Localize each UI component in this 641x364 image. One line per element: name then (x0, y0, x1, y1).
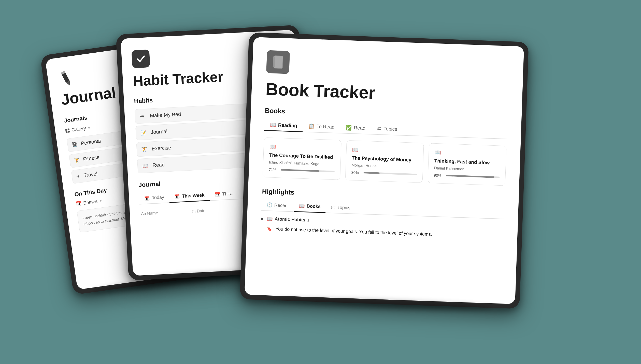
progress-pct-1: 71% (268, 167, 278, 172)
exercise-label: Exercise (151, 145, 171, 152)
htab-recent[interactable]: 🕐 Recent (261, 199, 294, 211)
book-card-icon-1: 📖 (269, 143, 335, 152)
scene: Journal Journals Gallery ▾ 📓 Personal (41, 17, 601, 347)
progress-pct-2: 30% (351, 170, 361, 175)
book-card-author-1: Ichiro Kishimi, Fumitake Koga (269, 160, 335, 166)
progress-row-1: 71% (268, 167, 334, 174)
books-icon: 📖 (299, 203, 305, 209)
tab-to-read[interactable]: 📋 To Read (303, 120, 340, 133)
progress-bar-fill-3 (446, 175, 494, 178)
progress-bar-bg-2 (363, 172, 417, 175)
habit-icon-box (131, 50, 150, 68)
today-label: Today (152, 194, 164, 200)
journal-habit-icon: 📝 (140, 130, 147, 135)
tab-this-week[interactable]: 📅 This Week (169, 189, 210, 203)
book-card-title-2: The Psychology of Money (351, 155, 417, 164)
pencil-icon (57, 68, 74, 87)
book-card-icon-3: 📖 (434, 149, 500, 158)
col-name: Aa Name (141, 209, 187, 216)
to-read-icon: 📋 (308, 123, 315, 129)
recent-label: Recent (274, 203, 289, 208)
progress-bar-bg-3 (446, 175, 500, 178)
progress-bar-bg-1 (281, 169, 334, 172)
books-htab-label: Books (306, 204, 321, 209)
book-card-title-1: The Courage To Be Disliked (269, 152, 335, 161)
journal-habit-label: Journal (150, 128, 167, 135)
book-tracker-icon (266, 50, 290, 74)
fitness-icon: 🏋 (74, 157, 80, 163)
book-tracker-title: Book Tracker (265, 80, 508, 106)
progress-pct-3: 90% (434, 173, 444, 178)
reading-label: Reading (278, 122, 297, 129)
highlight-count: 1 (307, 218, 309, 222)
book-content: Book Tracker Books 📖 Reading 📋 To Read ✅… (246, 37, 524, 251)
progress-row-3: 90% (434, 173, 500, 180)
gallery-chevron: ▾ (88, 125, 91, 131)
grid-icon (65, 128, 70, 133)
topics-label: Topics (383, 126, 397, 132)
book-group-label: 📖 Atomic Habits 1 (267, 216, 309, 223)
progress-bar-fill-2 (363, 172, 379, 174)
book-card-2: 📖 The Psychology of Money Morgan Housel … (345, 140, 424, 183)
week-icon: 📅 (174, 193, 180, 199)
quote-text: You do not rise to the level of your goa… (275, 225, 432, 238)
group-book-name: Atomic Habits (274, 216, 305, 223)
fitness-label: Fitness (83, 154, 100, 162)
travel-label: Travel (83, 171, 97, 178)
read-check-icon: ✅ (346, 125, 352, 131)
other-icon: 📅 (214, 191, 220, 197)
book-card-3: 📖 Thinking, Fast and Slow Daniel Kahnema… (428, 143, 506, 186)
bed-icon: 🛏 (139, 113, 146, 119)
htab-books[interactable]: 📖 Books (294, 200, 326, 213)
triangle-icon: ▶ (261, 217, 264, 221)
bookmark-icon: 🔖 (267, 226, 272, 232)
book-svg-icon (271, 55, 285, 69)
make-my-bed-label: Make My Bed (150, 111, 181, 119)
topics-htab-icon: 🏷 (331, 204, 335, 210)
travel-icon: ✈ (76, 173, 80, 179)
other-label: This... (222, 191, 235, 197)
tab-read[interactable]: ✅ Read (340, 122, 371, 134)
book-screen: Book Tracker Books 📖 Reading 📋 To Read ✅… (244, 37, 524, 304)
tab-this-other[interactable]: 📅 This... (209, 188, 240, 200)
tablet-book: Book Tracker Books 📖 Reading 📋 To Read ✅… (240, 32, 529, 309)
entries-label: Entries (83, 199, 98, 206)
progress-row-2: 30% (351, 170, 417, 177)
personal-icon: 📓 (71, 141, 78, 148)
exercise-icon: 🏋 (141, 146, 148, 152)
checkmark-icon (135, 53, 146, 64)
tab-today[interactable]: 📅 Today (139, 191, 169, 204)
book-card-author-2: Morgan Housel (351, 163, 417, 169)
topics-htab-label: Topics (337, 205, 350, 210)
to-read-label: To Read (316, 124, 335, 130)
entries-chevron: ▾ (99, 198, 102, 204)
tab-topics[interactable]: 🏷 Topics (371, 123, 403, 135)
books-tabs: 📖 Reading 📋 To Read ✅ Read 🏷 Topics (264, 119, 507, 139)
group-book-icon: 📖 (267, 216, 273, 222)
today-icon: 📅 (144, 195, 150, 201)
reading-icon: 📖 (270, 122, 276, 128)
books-grid: 📖 The Courage To Be Disliked Ichiro Kish… (262, 137, 506, 186)
book-card-title-3: Thinking, Fast and Slow (434, 158, 500, 166)
read-label: Read (152, 162, 165, 168)
gallery-label[interactable]: Gallery (71, 126, 86, 133)
book-card-author-3: Daniel Kahneman (434, 166, 500, 172)
htab-topics[interactable]: 🏷 Topics (325, 202, 355, 213)
personal-label: Personal (80, 138, 101, 146)
topics-icon: 🏷 (376, 126, 381, 132)
read-tab-label: Read (354, 125, 365, 131)
progress-bar-fill-1 (281, 169, 319, 172)
calendar-icon: 📅 (75, 201, 82, 207)
book-card-icon-2: 📖 (352, 146, 418, 155)
this-week-label: This Week (182, 192, 205, 199)
book-card-1: 📖 The Courage To Be Disliked Ichiro Kish… (262, 137, 341, 180)
read-icon: 📖 (142, 163, 148, 169)
tab-reading[interactable]: 📖 Reading (264, 119, 303, 132)
col-date: ▢ Date (192, 208, 205, 214)
recent-icon: 🕐 (266, 202, 272, 208)
